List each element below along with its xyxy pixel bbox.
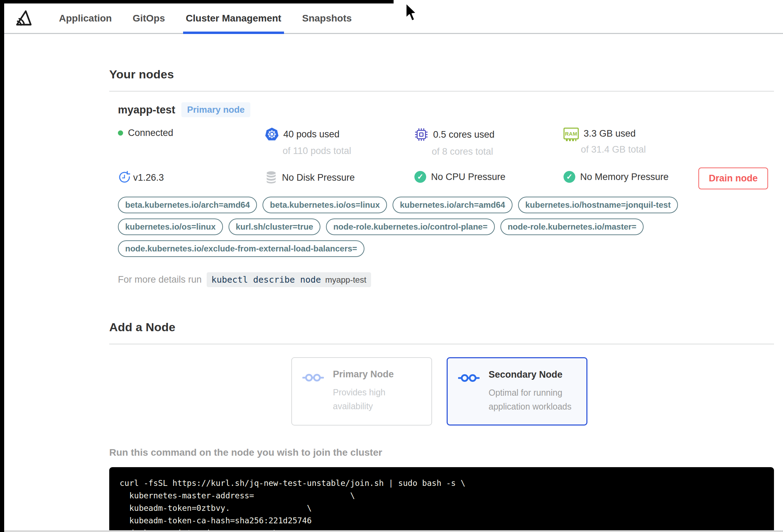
- primary-node-option[interactable]: Primary Node Provides high availability: [291, 357, 432, 426]
- tab-gitops[interactable]: GitOps: [122, 3, 175, 33]
- version-update-icon: [118, 171, 131, 184]
- node-status: Connected: [118, 128, 265, 138]
- secondary-node-option[interactable]: Secondary Node Optimal for running appli…: [447, 357, 587, 426]
- check-circle-icon: ✓: [563, 171, 575, 183]
- cpu-icon: [414, 128, 428, 141]
- check-circle-icon: ✓: [414, 171, 426, 183]
- join-command-codeblock: curl -fsSL https://kurl.sh/jq-new-test-u…: [109, 467, 774, 532]
- node-label-pill: kubernetes.io/hostname=jonquil-test: [518, 197, 678, 213]
- node-labels: beta.kubernetes.io/arch=amd64 beta.kuber…: [118, 197, 707, 257]
- window-edge-top: [0, 0, 394, 3]
- section-divider: [109, 344, 774, 344]
- ram-icon: RAM: [563, 128, 579, 139]
- linked-nodes-icon: [302, 372, 324, 383]
- node-label-pill: kubernetes.io/os=linux: [118, 218, 223, 235]
- connected-dot-icon: [118, 130, 123, 136]
- node-label-pill: node.kubernetes.io/exclude-from-external…: [118, 240, 364, 257]
- kubectl-command: kubectl describe node: [212, 275, 321, 285]
- add-node-title: Add a Node: [109, 320, 774, 334]
- kubectl-command-chip: kubectl describe node myapp-test: [207, 272, 371, 287]
- node-label-pill: kubernetes.io/arch=amd64: [393, 197, 512, 213]
- cores-stat: 0.5 cores used of 8 cores total: [414, 128, 563, 157]
- disk-pressure-label: No Disk Pressure: [282, 172, 355, 183]
- version-stat: v1.26.3: [118, 171, 265, 184]
- disk-icon: [265, 171, 277, 184]
- memory-stat: RAM 3.3 GB used of 31.4 GB total: [563, 128, 774, 155]
- memory-total-label: of 31.4 GB total: [563, 144, 774, 155]
- node-label-pill: node-role.kubernetes.io/control-plane=: [326, 218, 495, 235]
- drain-node-button[interactable]: Drain node: [698, 168, 768, 189]
- disk-pressure-stat: No Disk Pressure: [265, 171, 414, 184]
- node-label-pill: node-role.kubernetes.io/master=: [500, 218, 644, 235]
- secondary-option-title: Secondary Node: [489, 369, 576, 380]
- node-status-label: Connected: [128, 128, 173, 138]
- nav-tabs: Application GitOps Cluster Management Sn…: [49, 3, 362, 33]
- secondary-option-description: Optimal for running application workload…: [489, 386, 576, 413]
- cores-total-label: of 8 cores total: [414, 146, 563, 157]
- window-edge-bottom: [4, 530, 783, 532]
- code-line: kubernetes-master-address= \: [120, 489, 764, 502]
- cores-used-label: 0.5 cores used: [433, 129, 494, 140]
- cpu-pressure-stat: ✓ No CPU Pressure: [414, 171, 563, 183]
- memory-used-label: 3.3 GB used: [584, 128, 636, 139]
- kubectl-node-name: myapp-test: [325, 275, 367, 285]
- linked-nodes-icon: [458, 373, 480, 383]
- top-nav: Application GitOps Cluster Management Sn…: [0, 3, 783, 34]
- pods-stat: 40 pods used of 110 pods total: [265, 128, 414, 156]
- memory-pressure-label: No Memory Pressure: [580, 172, 669, 182]
- primary-node-badge: Primary node: [181, 102, 250, 117]
- cpu-pressure-label: No CPU Pressure: [431, 172, 506, 182]
- node-label-pill: beta.kubernetes.io/os=linux: [263, 197, 387, 213]
- your-nodes-title: Your nodes: [109, 68, 774, 81]
- node-label-pill: kurl.sh/cluster=true: [229, 218, 320, 235]
- pods-total-label: of 110 pods total: [265, 146, 414, 156]
- tab-snapshots[interactable]: Snapshots: [292, 3, 362, 33]
- primary-option-description: Provides high availability: [333, 385, 421, 413]
- node-header: myapp-test Primary node: [118, 102, 774, 117]
- primary-option-title: Primary Node: [333, 369, 421, 380]
- kubernetes-icon: [265, 128, 278, 141]
- replicated-logo-icon: [13, 8, 33, 28]
- node-details-hint: For more details run kubectl describe no…: [118, 272, 774, 287]
- node-name: myapp-test: [118, 104, 175, 116]
- version-label: v1.26.3: [133, 172, 164, 183]
- node-type-options: Primary Node Provides high availability …: [109, 357, 774, 426]
- code-line: kubeadm-token-ca-hash=sha256:221d25746: [120, 514, 764, 527]
- code-line: kubeadm-token=0ztbvy. \: [120, 502, 764, 514]
- code-line: curl -fsSL https://kurl.sh/jq-new-test-u…: [120, 477, 764, 489]
- tab-cluster-management[interactable]: Cluster Management: [175, 3, 292, 33]
- tab-application[interactable]: Application: [49, 3, 122, 33]
- join-command-instruction: Run this command on the node you wish to…: [109, 447, 774, 458]
- main-content: Your nodes myapp-test Primary node Conne…: [109, 68, 774, 532]
- node-label-pill: beta.kubernetes.io/arch=amd64: [118, 197, 257, 213]
- node-stats-grid: Connected 40 pods used of 110 pods total: [118, 128, 774, 184]
- window-edge-left: [0, 0, 4, 532]
- details-prefix: For more details run: [118, 274, 202, 285]
- pods-used-label: 40 pods used: [283, 129, 339, 140]
- node-card: myapp-test Primary node Connected: [109, 92, 774, 287]
